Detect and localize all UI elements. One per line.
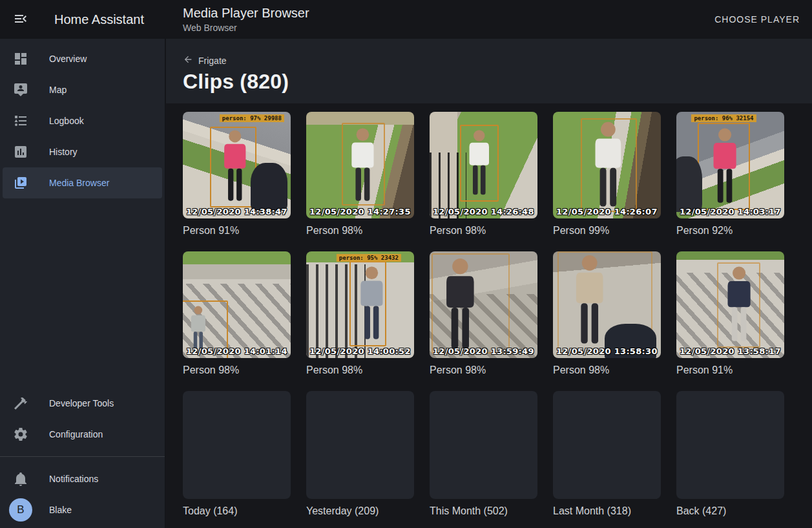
folder-caption: This Month (502): [430, 505, 537, 518]
media-clip-card[interactable]: 12/05/2020 14:26:48 Person 98%: [430, 112, 537, 237]
media-clip-card[interactable]: 12/05/2020 14:26:07 Person 99%: [553, 112, 661, 237]
media-clip-card[interactable]: 12/05/2020 14:38:47 person: 97% 29988 Pe…: [183, 112, 291, 237]
clip-caption: Person 98%: [430, 364, 537, 377]
sidebar-spacer: [0, 201, 165, 385]
folder-tile: [676, 391, 784, 499]
clip-caption: Person 98%: [183, 364, 291, 377]
folder-caption: Today (164): [183, 505, 291, 518]
arrow-left-icon: [183, 54, 193, 67]
clip-timestamp-overlay: 12/05/2020 13:59:49: [433, 346, 534, 356]
clip-timestamp-overlay: 12/05/2020 14:26:48: [433, 207, 534, 216]
sidebar-divider: [0, 456, 165, 457]
avatar: B: [9, 498, 32, 522]
breadcrumb-label: Frigate: [198, 56, 227, 66]
media-folder-card-yesterday-209[interactable]: Yesterday (209): [306, 391, 414, 518]
media-clip-card[interactable]: 12/05/2020 14:00:52 person: 95% 23432 Pe…: [306, 251, 414, 377]
sidebar-item-overview[interactable]: Overview: [3, 43, 162, 74]
clip-thumbnail: 12/05/2020 14:26:07: [553, 112, 661, 218]
folder-caption: Last Month (318): [553, 505, 661, 518]
person-silhouette: [441, 257, 480, 355]
media-folder-card-back-427[interactable]: Back (427): [676, 391, 784, 518]
media-folder-card-last-month-318[interactable]: Last Month (318): [553, 391, 661, 518]
page-header: Media Player Browser Web Browser: [183, 5, 309, 34]
sidebar-item-map[interactable]: Map: [3, 74, 162, 105]
page-title: Media Player Browser: [183, 5, 309, 21]
media-browser-icon: [13, 175, 28, 191]
media-folder-card-this-month-502[interactable]: This Month (502): [430, 391, 537, 518]
sidebar-toggle-button[interactable]: [13, 12, 28, 27]
content-header: Frigate Clips (820): [166, 39, 812, 103]
clip-thumbnail: 12/05/2020 14:03:17 person: 96% 32154: [676, 112, 784, 218]
clip-thumbnail: 12/05/2020 13:58:17: [676, 251, 784, 358]
view-dashboard-icon: [13, 51, 28, 67]
folder-tile: [430, 391, 537, 499]
clip-thumbnail: 12/05/2020 14:01:14: [183, 251, 291, 358]
sidebar-item-media-browser[interactable]: Media Browser: [3, 167, 162, 198]
media-clip-card[interactable]: 12/05/2020 13:58:17 Person 91%: [676, 251, 784, 377]
folder-tile: [553, 391, 661, 499]
clip-caption: Person 99%: [553, 224, 661, 237]
person-silhouette: [465, 129, 494, 199]
clip-caption: Person 98%: [306, 364, 414, 377]
app-header: Home Assistant Media Player Browser Web …: [0, 0, 812, 39]
clip-timestamp-overlay: 12/05/2020 14:27:35: [309, 207, 411, 216]
page-subtitle: Web Browser: [183, 22, 309, 34]
gear-icon: [13, 427, 28, 442]
menu-open-icon: [13, 11, 28, 28]
sidebar-item-configuration[interactable]: Configuration: [3, 419, 162, 450]
breadcrumb-back-frigate[interactable]: Frigate: [183, 39, 227, 67]
clip-thumbnail: 12/05/2020 13:58:30: [553, 251, 661, 358]
folder-tile: [306, 391, 414, 499]
map-icon: [13, 82, 28, 98]
clip-caption: Person 98%: [430, 224, 537, 237]
app-title: Home Assistant: [54, 12, 144, 27]
detection-label: person: 96% 32154: [691, 114, 756, 122]
folder-caption: Back (427): [676, 505, 784, 518]
section-title: Clips (820): [183, 70, 812, 94]
logbook-list-icon: [13, 113, 28, 129]
app-header-left: Home Assistant: [0, 12, 165, 27]
clip-thumbnail: 12/05/2020 14:26:48: [430, 112, 537, 218]
media-clip-card[interactable]: 12/05/2020 14:03:17 person: 96% 32154 Pe…: [676, 112, 784, 237]
clip-caption: Person 98%: [553, 364, 661, 377]
sidebar: Overview Map Logbook History Media Brows…: [0, 39, 165, 528]
bell-icon: [13, 471, 28, 487]
person-silhouette: [347, 127, 379, 206]
sidebar-main-list: Overview Map Logbook History Media Brows…: [0, 39, 165, 201]
media-clip-card[interactable]: 12/05/2020 14:27:35 Person 98%: [306, 112, 414, 237]
clip-caption: Person 92%: [676, 224, 784, 237]
folder-caption: Yesterday (209): [306, 505, 414, 518]
media-clip-card[interactable]: 12/05/2020 13:58:30 Person 98%: [553, 251, 661, 377]
clip-timestamp-overlay: 12/05/2020 14:38:47: [186, 207, 287, 216]
media-folder-card-today-164[interactable]: Today (164): [183, 391, 291, 518]
sidebar-bottom-list: Notifications B Blake: [0, 461, 165, 528]
history-chart-icon: [13, 144, 28, 160]
folder-tile: [183, 391, 291, 499]
clip-caption: Person 91%: [183, 224, 291, 237]
clip-timestamp-overlay: 12/05/2020 14:01:14: [186, 346, 287, 356]
main-content: Frigate Clips (820) 12/05/2020 14:38:47 …: [166, 39, 812, 528]
sidebar-item-history[interactable]: History: [3, 136, 162, 167]
media-clip-card[interactable]: 12/05/2020 13:59:49 Person 98%: [430, 251, 537, 377]
detection-label: person: 95% 23432: [337, 254, 401, 262]
sidebar-item-user-blake[interactable]: B Blake: [3, 494, 162, 525]
sidebar-item-notifications[interactable]: Notifications: [3, 463, 162, 494]
clip-thumbnail: 12/05/2020 14:38:47 person: 97% 29988: [183, 112, 291, 218]
clip-caption: Person 91%: [676, 364, 784, 377]
detection-label: person: 97% 29988: [220, 114, 284, 122]
choose-player-button[interactable]: CHOOSE PLAYER: [709, 9, 805, 30]
sidebar-item-logbook[interactable]: Logbook: [3, 105, 162, 136]
person-silhouette: [570, 253, 609, 350]
clip-timestamp-overlay: 12/05/2020 14:03:17: [680, 207, 781, 216]
person-silhouette: [356, 265, 388, 344]
hammer-icon: [13, 396, 28, 411]
clip-caption: Person 98%: [306, 224, 414, 237]
person-silhouette: [220, 129, 251, 206]
clip-timestamp-overlay: 12/05/2020 13:58:30: [556, 346, 658, 356]
clip-thumbnail: 12/05/2020 14:00:52 person: 95% 23432: [306, 251, 414, 358]
media-clip-card[interactable]: 12/05/2020 14:01:14 Person 98%: [183, 251, 291, 377]
clip-timestamp-overlay: 12/05/2020 14:00:52: [309, 346, 411, 356]
clip-thumbnail: 12/05/2020 13:59:49: [430, 251, 537, 358]
person-silhouette: [590, 120, 627, 212]
sidebar-item-developer-tools[interactable]: Developer Tools: [3, 388, 162, 419]
